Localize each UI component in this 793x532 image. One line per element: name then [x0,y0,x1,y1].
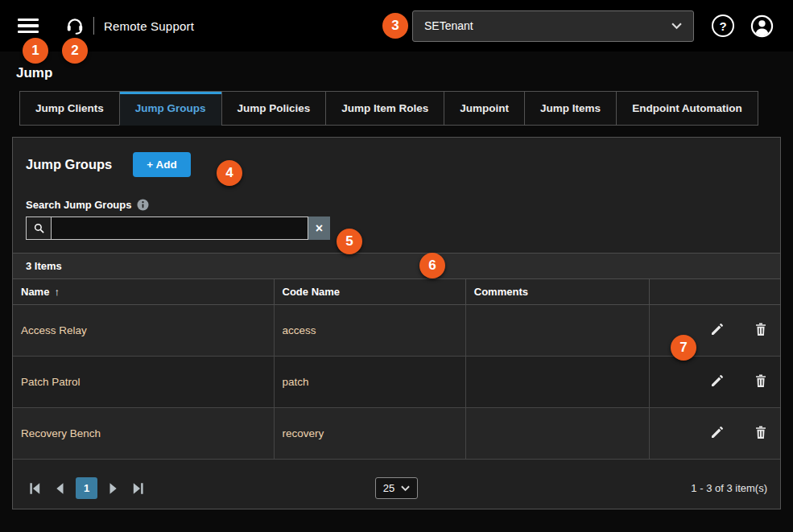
info-icon[interactable] [137,199,149,211]
cell-comments [465,357,650,408]
delete-icon[interactable] [750,318,772,343]
tab-label: Endpoint Automation [632,102,742,114]
column-header-actions [650,279,780,305]
column-header-name[interactable]: Name↑ [13,279,274,305]
tab-label: Jump Items [540,102,601,114]
help-icon[interactable]: ? [712,14,734,37]
tab-endpoint-automation[interactable]: Endpoint Automation [616,91,758,126]
column-header-code-name: Code Name [274,279,465,305]
search-label: Search Jump Groups [26,199,131,211]
account-icon[interactable] [750,14,774,38]
app-title: Remote Support [104,19,194,33]
tenant-dropdown[interactable]: SETenant [412,10,694,42]
tab-label: Jump Policies [237,102,311,114]
cell-name: Access Relay [13,305,274,357]
table-row: Access Relay access [13,305,780,357]
cell-code-name: patch [274,357,465,408]
callout-badge-4: 4 [217,160,242,186]
support-agent-icon[interactable] [64,15,85,36]
callout-badge-6: 6 [419,253,445,278]
chevron-down-icon [401,485,410,492]
column-label: Name [21,286,49,298]
tab-jump-groups[interactable]: Jump Groups [119,91,222,126]
edit-icon[interactable] [706,318,729,343]
page-title: Jump [16,65,793,81]
pagination-range-text: 1 - 3 of 3 item(s) [590,482,767,494]
column-label: Code Name [283,286,341,298]
cell-name: Recovery Bench [13,408,274,460]
page-size-dropdown[interactable]: 25 [375,477,418,499]
tab-jump-item-roles[interactable]: Jump Item Roles [325,91,444,126]
search-icon [27,217,52,239]
jump-groups-panel: Jump Groups + Add Search Jump Groups [12,137,781,509]
items-count: 3 Items [13,253,780,279]
delete-icon[interactable] [750,369,772,394]
add-button[interactable]: + Add [133,152,190,177]
tab-label: Jump Item Roles [341,102,428,114]
jump-groups-table: Name↑ Code Name Comments Access Relay ac… [13,279,780,460]
search-input[interactable] [52,217,308,239]
menu-icon[interactable] [18,19,39,34]
callout-badge-3: 3 [382,13,408,39]
first-page-icon[interactable] [26,480,43,497]
cell-comments [465,305,650,357]
tab-bar: Jump Clients Jump Groups Jump Policies J… [19,91,793,126]
divider [93,17,94,35]
callout-badge-1: 1 [23,38,48,64]
cell-comments [465,408,650,460]
cell-name: Patch Patrol [13,357,274,408]
tab-jump-policies[interactable]: Jump Policies [221,91,327,126]
edit-icon[interactable] [706,369,729,394]
help-glyph: ? [719,19,726,33]
callout-badge-5: 5 [337,229,362,254]
panel-heading: Jump Groups [26,157,112,172]
page-number[interactable]: 1 [76,477,97,499]
sort-asc-icon: ↑ [54,286,60,298]
tenant-dropdown-value: SETenant [424,19,473,32]
tab-jump-items[interactable]: Jump Items [524,91,617,126]
pagination-bar: 1 25 1 - 3 of 3 item(s) [13,469,780,509]
cell-code-name: recovery [274,408,465,460]
tab-label: Jump Clients [35,102,104,114]
chevron-down-icon [671,19,682,32]
edit-icon[interactable] [706,421,729,446]
tab-jump-clients[interactable]: Jump Clients [19,91,120,126]
callout-badge-7: 7 [671,335,696,361]
tab-jumpoint[interactable]: Jumpoint [444,91,525,126]
next-page-icon[interactable] [105,480,122,497]
clear-search-icon[interactable]: × [308,217,330,240]
tab-label: Jump Groups [135,102,206,114]
previous-page-icon[interactable] [51,480,68,497]
cell-code-name: access [274,305,465,357]
table-row: Recovery Bench recovery [13,408,780,460]
page-size-value: 25 [383,482,394,494]
column-label: Comments [474,286,528,298]
column-header-comments: Comments [465,279,650,305]
delete-icon[interactable] [750,421,772,446]
callout-badge-2: 2 [62,38,88,64]
tab-label: Jumpoint [460,102,509,114]
table-row: Patch Patrol patch [13,357,780,408]
last-page-icon[interactable] [130,480,147,497]
